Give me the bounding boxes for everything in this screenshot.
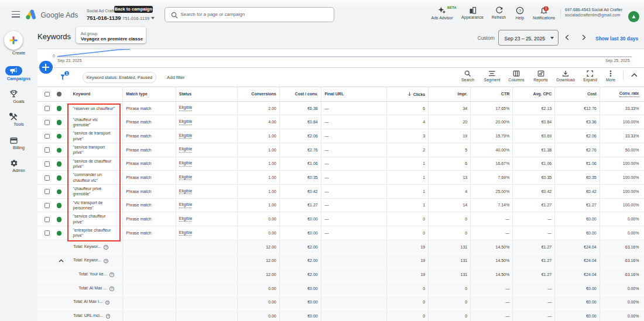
svg-text:?: ?	[519, 8, 522, 13]
svg-text:!: !	[545, 6, 546, 11]
svg-text:1: 1	[66, 71, 68, 75]
